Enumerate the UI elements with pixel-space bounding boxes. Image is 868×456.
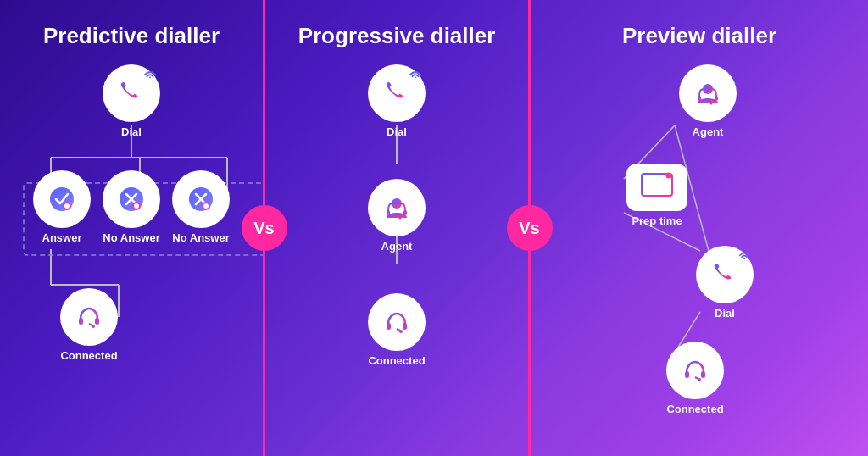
predictive-noanswer2-circle xyxy=(172,170,230,228)
vs-badge-1: Vs xyxy=(242,205,287,251)
svg-rect-31 xyxy=(387,210,390,215)
preview-connected-node: Connected xyxy=(666,342,724,415)
svg-rect-35 xyxy=(387,323,391,330)
svg-point-38 xyxy=(399,330,403,333)
predictive-answer-label: Answer xyxy=(42,231,82,244)
cross-circle-icon2 xyxy=(186,184,216,214)
svg-rect-44 xyxy=(698,96,701,101)
svg-line-37 xyxy=(397,329,400,331)
main-container: Predictive dialler xyxy=(0,0,868,456)
phone-icon2 xyxy=(381,78,412,108)
wifi-icon2 xyxy=(409,68,422,78)
progressive-agent-label: Agent xyxy=(381,240,413,253)
phone-icon3 xyxy=(709,259,740,290)
predictive-noanswer1-node: No Answer xyxy=(103,170,160,244)
preview-preptime-node: Prep time xyxy=(626,164,687,227)
preview-column: Preview dialler xyxy=(531,0,868,456)
headset-icon2 xyxy=(381,307,412,337)
predictive-title: Predictive dialler xyxy=(43,24,220,49)
svg-point-22 xyxy=(203,203,209,209)
wifi-icon3 xyxy=(738,249,750,259)
progressive-connected-circle xyxy=(368,293,426,351)
wifi-icon xyxy=(143,68,157,78)
preview-agent-label: Agent xyxy=(693,125,724,138)
headset-icon3 xyxy=(680,355,710,386)
predictive-noanswer1-label: No Answer xyxy=(103,231,159,244)
svg-point-59 xyxy=(698,378,701,381)
progressive-connected-label: Connected xyxy=(368,354,425,367)
progressive-connected-node: Connected xyxy=(368,293,426,367)
svg-rect-24 xyxy=(95,318,99,325)
preview-dial-label: Dial xyxy=(715,307,735,320)
predictive-connected-circle xyxy=(60,288,118,346)
svg-rect-57 xyxy=(701,371,705,378)
progressive-dial-label: Dial xyxy=(387,125,407,138)
preview-agent-node: Agent xyxy=(679,64,737,138)
agent-icon2 xyxy=(693,78,723,108)
svg-point-12 xyxy=(64,203,70,209)
preview-preptime-label: Prep time xyxy=(632,214,682,227)
check-circle-icon xyxy=(47,184,77,214)
svg-rect-36 xyxy=(403,323,407,330)
svg-rect-23 xyxy=(79,318,83,325)
predictive-column: Predictive dialler xyxy=(0,0,263,456)
preview-agent-circle xyxy=(679,64,737,122)
progressive-dial-node: Dial xyxy=(368,64,426,138)
preview-title: Preview dialler xyxy=(622,24,776,49)
svg-point-9 xyxy=(149,76,151,78)
svg-point-34 xyxy=(399,216,402,219)
svg-point-26 xyxy=(92,325,95,328)
preview-connected-circle xyxy=(666,342,724,399)
phone-icon xyxy=(116,78,147,108)
predictive-dial-circle xyxy=(103,64,160,122)
svg-rect-32 xyxy=(403,210,407,215)
svg-line-58 xyxy=(695,377,698,379)
progressive-agent-node: Agent xyxy=(368,179,426,253)
cross-circle-icon1 xyxy=(116,184,147,214)
predictive-noanswer1-circle xyxy=(103,170,160,228)
svg-point-29 xyxy=(415,76,416,78)
vs-badge-2: Vs xyxy=(507,205,553,251)
svg-point-55 xyxy=(743,257,745,259)
svg-rect-56 xyxy=(685,371,689,378)
predictive-connected-node: Connected xyxy=(60,288,118,362)
predictive-noanswer2-node: No Answer xyxy=(172,170,230,244)
preview-dial-node: Dial xyxy=(696,246,754,320)
progressive-dial-circle xyxy=(368,64,426,122)
headset-icon1 xyxy=(74,302,104,332)
predictive-dial-label: Dial xyxy=(121,125,142,138)
svg-point-54 xyxy=(666,172,672,178)
predictive-answer-circle xyxy=(33,170,91,228)
predictive-noanswer2-label: No Answer xyxy=(172,231,229,244)
preview-preptime-box xyxy=(626,164,687,211)
preview-dial-circle xyxy=(696,246,754,303)
svg-rect-45 xyxy=(715,96,718,101)
progressive-agent-circle xyxy=(368,179,426,236)
predictive-connected-label: Connected xyxy=(60,349,117,362)
svg-point-47 xyxy=(710,102,713,104)
predictive-dial-node: Dial xyxy=(103,64,160,138)
svg-point-17 xyxy=(134,203,139,209)
svg-line-25 xyxy=(89,324,92,325)
monitor-icon xyxy=(640,172,674,203)
agent-icon1 xyxy=(381,192,412,223)
predictive-answer-node: Answer xyxy=(33,170,91,244)
progressive-column: Progressive dialler xyxy=(265,0,528,456)
progressive-title: Progressive dialler xyxy=(298,24,496,49)
preview-connected-label: Connected xyxy=(666,403,723,415)
